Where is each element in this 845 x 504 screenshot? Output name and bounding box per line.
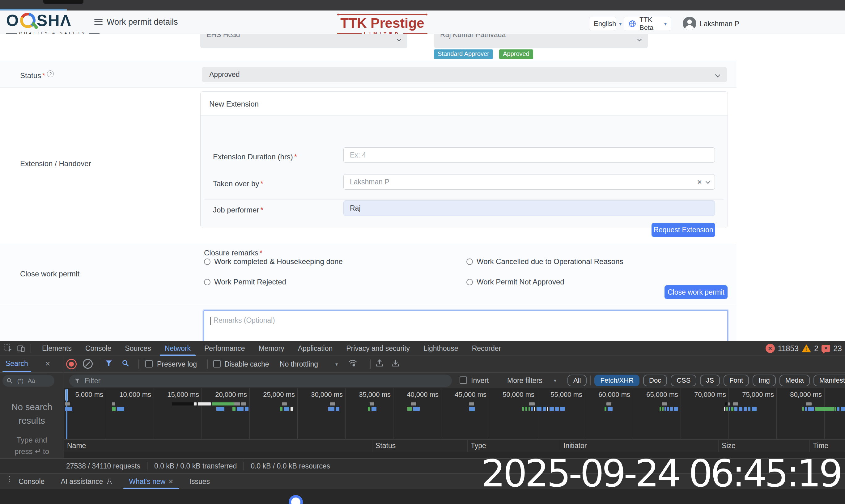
disable-cache-label[interactable]: Disable cache [224, 360, 269, 368]
record-network-log-icon[interactable] [66, 359, 77, 370]
filter-chip-doc[interactable]: Doc [643, 375, 667, 386]
devtools-tab-performance[interactable]: Performance [204, 341, 245, 356]
closure-option-work-cancelled-due-to-operational-reasons[interactable]: Work Cancelled due to Operational Reason… [466, 257, 623, 266]
search-drawer-tab[interactable]: Search [5, 359, 28, 368]
devtools-tab-application[interactable]: Application [298, 341, 333, 356]
device-toolbar-icon[interactable] [16, 343, 26, 353]
clear-icon[interactable]: × [697, 178, 702, 185]
devtools-tab-lighthouse[interactable]: Lighthouse [424, 341, 458, 356]
job-performer-label: Job performer* [213, 206, 263, 214]
user-name[interactable]: Lakshman P [700, 20, 739, 28]
column-header-time[interactable]: Time [810, 440, 845, 452]
timeline-tick-label: 30,000 ms [296, 391, 343, 399]
match-case-toggle-icon[interactable]: Aa [28, 377, 35, 384]
radio-button[interactable] [466, 258, 473, 265]
filter-chip-css[interactable]: CSS [671, 375, 696, 386]
drawer-tab-ai-assistance[interactable]: AI assistance [61, 474, 113, 489]
duration-input[interactable]: Ex: 4 [343, 147, 715, 163]
environment-select[interactable]: TTK Beta ▾ [624, 17, 671, 31]
devtools-tab-elements[interactable]: Elements [42, 341, 72, 356]
inspect-element-icon[interactable] [3, 343, 13, 353]
more-tools-icon[interactable]: ⋮ [5, 478, 8, 480]
oqsha-wordmark: O SHΛ [6, 12, 80, 29]
devtools-tab-sources[interactable]: Sources [125, 341, 151, 356]
filter-chip-fetch-xhr[interactable]: Fetch/XHR [594, 375, 639, 386]
status-select[interactable]: Approved [202, 67, 727, 82]
column-header-initiator[interactable]: Initiator [561, 440, 719, 452]
preserve-log-checkbox[interactable] [145, 360, 153, 367]
export-har-icon[interactable] [391, 358, 400, 368]
ttk-prestige-logo: TTK Prestige LIMITED [338, 14, 427, 36]
column-header-status[interactable]: Status [373, 440, 468, 452]
filter-chip-manifest[interactable]: Manifest [813, 375, 845, 386]
filter-chip-img[interactable]: Img [753, 375, 776, 386]
remarks-textarea[interactable]: Remarks (Optional) [203, 310, 728, 344]
search-query-input[interactable]: (*) Aa [2, 375, 54, 386]
loading-spinner [289, 495, 303, 504]
request-waterfall-bar [606, 402, 611, 406]
more-filters-button[interactable]: More filters [507, 376, 542, 385]
menu-icon[interactable] [94, 19, 103, 25]
filter-chip-all[interactable]: All [567, 375, 587, 386]
drawer-tab-issues[interactable]: Issues [189, 474, 210, 489]
request-waterfall-bar [198, 402, 211, 406]
role-select[interactable]: EHS Head [200, 34, 407, 48]
taken-over-by-select[interactable]: Lakshman P × [343, 174, 715, 190]
closure-option-work-permit-not-approved[interactable]: Work Permit Not Approved [466, 277, 564, 286]
radio-button[interactable] [466, 279, 473, 285]
oqsha-logo: O SHΛ QUALITY & SAFETY [6, 12, 80, 36]
network-filter-input[interactable]: Filter [69, 375, 452, 387]
close-icon[interactable]: × [45, 359, 50, 369]
language-select[interactable]: English ▾ [589, 17, 616, 31]
request-waterfall-bar [728, 402, 730, 406]
status-row: Status*? Approved [0, 61, 736, 88]
clear-network-log-icon[interactable] [83, 359, 93, 369]
preserve-log-label[interactable]: Preserve log [157, 360, 197, 368]
search-icon[interactable] [121, 358, 131, 368]
close-work-permit-button[interactable]: Close work permit [665, 285, 727, 299]
closure-option-work-permit-rejected[interactable]: Work Permit Rejected [204, 277, 286, 286]
radio-button[interactable] [204, 279, 210, 285]
disable-cache-checkbox[interactable] [213, 360, 221, 367]
network-overview-timeline[interactable]: 5,000 ms10,000 ms15,000 ms20,000 ms25,00… [64, 388, 845, 439]
closure-option-work-completed-housekeeping-done[interactable]: Work completed & Housekeeping done [204, 257, 343, 266]
request-extension-button[interactable]: Request Extension [652, 223, 715, 237]
regex-toggle-icon[interactable]: (*) [17, 377, 23, 384]
drawer-tab-console[interactable]: Console [19, 474, 45, 489]
throttling-select[interactable]: No throttling [280, 360, 318, 368]
close-permit-section-label: Close work permit [20, 270, 80, 278]
devtools-tab-network[interactable]: Network [165, 341, 191, 356]
request-waterfall-bar [674, 407, 678, 411]
column-header-name[interactable]: Name [64, 440, 373, 452]
request-waterfall-bar [555, 407, 559, 411]
devtools-tab-recorder[interactable]: Recorder [472, 341, 501, 356]
column-header-size[interactable]: Size [719, 440, 810, 452]
request-waterfall-bar [662, 407, 663, 411]
devtools-status-badges[interactable]: × 11853 2 × 23 [765, 341, 842, 356]
timestamp-overlay: 2025-09-24 06:45:19 [481, 451, 841, 496]
chevron-down-icon[interactable]: ▾ [335, 361, 338, 367]
invert-checkbox[interactable] [460, 376, 467, 384]
resource-type-chips: AllFetch/XHRDocCSSJSFontImgMediaManifest… [567, 375, 845, 386]
search-icon [6, 377, 13, 384]
filter-chip-font[interactable]: Font [724, 375, 749, 386]
devtools-tab-console[interactable]: Console [85, 341, 111, 356]
filter-chip-media[interactable]: Media [779, 375, 810, 386]
request-waterfall-bar [529, 402, 535, 406]
drawer-tab-what-s-new[interactable]: What's new× [129, 474, 173, 489]
radio-button[interactable] [204, 258, 210, 265]
devtools-tab-privacy-and-security[interactable]: Privacy and security [346, 341, 410, 356]
close-icon[interactable]: × [169, 477, 173, 486]
devtools-tab-memory[interactable]: Memory [259, 341, 284, 356]
import-har-icon[interactable] [375, 358, 384, 368]
network-conditions-icon[interactable] [348, 358, 358, 368]
filter-chip-js[interactable]: JS [700, 375, 720, 386]
job-performer-input[interactable]: Raj [343, 200, 715, 216]
invert-label[interactable]: Invert [471, 376, 489, 385]
column-header-type[interactable]: Type [468, 440, 561, 452]
filter-icon[interactable] [104, 358, 114, 368]
approver-select[interactable]: Raj Kumar Pathvada [434, 34, 648, 48]
extension-card: New Extension Extension Duration (hrs)* … [200, 91, 728, 228]
user-avatar[interactable] [683, 17, 696, 30]
help-icon[interactable]: ? [47, 70, 54, 77]
